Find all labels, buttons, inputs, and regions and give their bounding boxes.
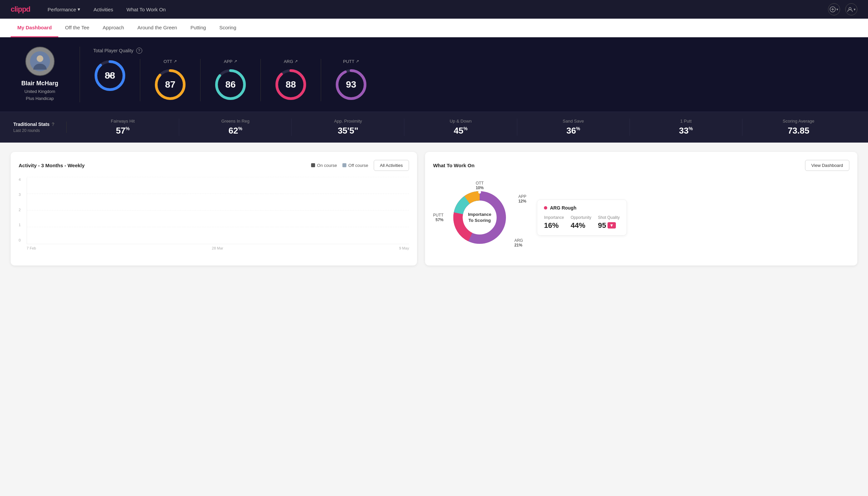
wtwo-card-header: What To Work On View Dashboard	[433, 160, 849, 171]
app-label: APP 12%	[518, 194, 526, 203]
nav-right: ▾ ▾	[828, 3, 857, 15]
svg-point-24	[478, 191, 481, 193]
svg-point-21	[463, 201, 496, 234]
stat-greens-in-reg: Greens In Reg 62%	[179, 119, 292, 136]
user-menu-button[interactable]: ▾	[845, 3, 857, 15]
putt-score-circle: 93	[334, 68, 368, 101]
donut-section: OTT 10% APP 12% ARG 21% PUTT 57%	[433, 177, 849, 258]
bars-container	[27, 177, 409, 244]
stat-1-putt: 1 Putt 33%	[630, 119, 742, 136]
tab-around-the-green[interactable]: Around the Green	[130, 19, 184, 37]
arg-label: ARG 21%	[514, 238, 523, 248]
svg-text:To Scoring: To Scoring	[469, 218, 491, 223]
shot-quality-badge: ▼	[607, 222, 616, 229]
player-name: Blair McHarg	[21, 80, 58, 87]
hero-section: Blair McHarg United Kingdom Plus Handica…	[0, 37, 868, 112]
tab-scoring[interactable]: Scoring	[212, 19, 243, 37]
opportunity-metric: Opportunity 44%	[571, 215, 591, 230]
stat-up-down: Up & Down 45%	[404, 119, 517, 136]
score-putt: PUTT ↗ 93	[321, 59, 381, 101]
svg-point-5	[37, 55, 43, 62]
score-ott: OTT ↗ 87	[140, 59, 201, 101]
tab-approach[interactable]: Approach	[96, 19, 130, 37]
player-country: United Kingdom	[24, 88, 55, 95]
stats-bar: Traditional Stats ? Last 20 rounds Fairw…	[0, 112, 868, 143]
legend-on-course: On course	[311, 163, 337, 168]
stats-info-icon[interactable]: ?	[52, 122, 54, 127]
putt-score-value: 93	[346, 79, 356, 90]
bar-group-10	[340, 244, 373, 244]
ott-arrow-icon: ↗	[174, 59, 177, 64]
putt-arrow-icon: ↗	[356, 59, 359, 64]
legend-off-course-dot	[343, 163, 346, 167]
player-card: Blair McHarg United Kingdom Plus Handica…	[13, 47, 80, 102]
app-score-value: 86	[225, 79, 236, 90]
score-app: APP ↗ 86	[201, 59, 261, 101]
importance-metric: Importance 16%	[544, 215, 564, 230]
info-metrics: Importance 16% Opportunity 44% Shot Qual…	[544, 215, 619, 230]
donut-svg: Importance To Scoring	[449, 188, 510, 248]
shot-quality-metric: Shot Quality 95 ▼	[598, 215, 619, 230]
tab-my-dashboard[interactable]: My Dashboard	[11, 19, 58, 37]
svg-text:Importance: Importance	[468, 212, 491, 217]
tab-putting[interactable]: Putting	[184, 19, 213, 37]
legend-on-course-dot	[311, 163, 315, 167]
tpq-label: Total Player Quality ?	[93, 48, 855, 53]
legend-off-course: Off course	[343, 163, 368, 168]
avatar	[25, 47, 54, 76]
arg-rough-info-card: ARG Rough Importance 16% Opportunity 44%	[537, 200, 627, 235]
x-axis: 7 Feb 28 Mar 9 May	[27, 246, 409, 250]
chart-legend: On course Off course All Activities	[311, 160, 409, 171]
what-to-work-on-card: What To Work On View Dashboard OTT 10% A…	[425, 152, 857, 265]
wtwo-title: What To Work On	[433, 162, 474, 168]
arg-score-value: 88	[285, 79, 296, 90]
stat-sand-save: Sand Save 36%	[517, 119, 630, 136]
chart-title: Activity - 3 Months - Weekly	[19, 162, 84, 168]
stats-label: Traditional Stats ? Last 20 rounds	[13, 122, 67, 133]
tabs-bar: My Dashboard Off the Tee Approach Around…	[0, 19, 868, 37]
app-logo[interactable]: clippd	[11, 5, 30, 14]
main-score-circle: 88	[93, 59, 127, 92]
donut-wrapper: OTT 10% APP 12% ARG 21% PUTT 57%	[433, 177, 526, 258]
score-arg: ARG ↗ 88	[261, 59, 321, 101]
ott-score-circle: 87	[154, 68, 187, 101]
score-main: 88	[93, 59, 140, 101]
putt-label: PUTT 57%	[433, 213, 443, 222]
arg-score-circle: 88	[274, 68, 307, 101]
bottom-section: Activity - 3 Months - Weekly On course O…	[0, 143, 868, 275]
stats-subtitle: Last 20 rounds	[13, 128, 56, 133]
view-dashboard-button[interactable]: View Dashboard	[805, 160, 849, 171]
y-axis: 0 1 2 3 4	[19, 177, 21, 242]
stat-app-proximity: App. Proximity 35'5"	[292, 119, 404, 136]
chart-wrapper: 0 1 2 3 4	[19, 177, 409, 250]
add-button[interactable]: ▾	[828, 3, 840, 15]
app-arrow-icon: ↗	[234, 59, 237, 64]
nav-what-to-work-on[interactable]: What To Work On	[125, 7, 167, 12]
stat-scoring-average: Scoring Average 73.85	[742, 119, 855, 136]
activity-chart-card: Activity - 3 Months - Weekly On course O…	[11, 152, 417, 265]
scores-section: Total Player Quality ? 88	[80, 48, 855, 101]
chart-card-header: Activity - 3 Months - Weekly On course O…	[19, 160, 409, 171]
bar-group-9	[305, 244, 338, 244]
arg-rough-dot	[544, 206, 547, 210]
tpq-info-icon[interactable]: ?	[136, 48, 142, 53]
stat-fairways-hit: Fairways Hit 57%	[67, 119, 179, 136]
app-score-circle: 86	[214, 68, 247, 101]
player-handicap: Plus Handicap	[26, 95, 54, 102]
all-activities-button[interactable]: All Activities	[374, 160, 409, 171]
main-score-value: 88	[105, 70, 115, 81]
score-cards: 88 OTT ↗ 87	[93, 59, 855, 101]
nav-performance[interactable]: Performance ▾	[46, 6, 82, 12]
top-nav: clippd Performance ▾ Activities What To …	[0, 0, 868, 19]
nav-activities[interactable]: Activities	[92, 7, 114, 12]
ott-score-value: 87	[165, 79, 175, 90]
tab-off-the-tee[interactable]: Off the Tee	[58, 19, 96, 37]
arg-arrow-icon: ↗	[295, 59, 298, 64]
